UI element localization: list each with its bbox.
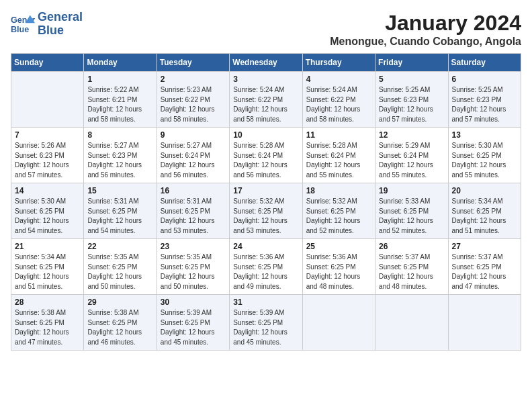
weekday-header: Friday xyxy=(375,54,448,72)
day-info: Sunrise: 5:35 AM Sunset: 6:25 PM Dayligh… xyxy=(87,253,152,291)
day-info: Sunrise: 5:25 AM Sunset: 6:23 PM Dayligh… xyxy=(379,85,444,124)
day-info: Sunrise: 5:27 AM Sunset: 6:24 PM Dayligh… xyxy=(161,141,226,180)
day-number: 21 xyxy=(15,242,80,251)
day-number: 28 xyxy=(15,298,80,307)
weekday-header: Saturday xyxy=(448,54,521,72)
calendar-cell: 18Sunrise: 5:32 AM Sunset: 6:25 PM Dayli… xyxy=(302,183,375,239)
calendar-cell: 28Sunrise: 5:38 AM Sunset: 6:25 PM Dayli… xyxy=(11,295,84,351)
calendar-cell: 27Sunrise: 5:37 AM Sunset: 6:25 PM Dayli… xyxy=(448,239,521,295)
calendar-week-row: 14Sunrise: 5:30 AM Sunset: 6:25 PM Dayli… xyxy=(11,183,521,239)
svg-text:Blue: Blue xyxy=(11,24,29,34)
calendar-table: SundayMondayTuesdayWednesdayThursdayFrid… xyxy=(11,53,521,351)
calendar-week-row: 28Sunrise: 5:38 AM Sunset: 6:25 PM Dayli… xyxy=(11,295,521,351)
day-number: 30 xyxy=(161,298,226,307)
calendar-cell: 20Sunrise: 5:34 AM Sunset: 6:25 PM Dayli… xyxy=(448,183,521,239)
day-info: Sunrise: 5:36 AM Sunset: 6:25 PM Dayligh… xyxy=(306,253,371,291)
day-number: 29 xyxy=(87,298,152,307)
day-info: Sunrise: 5:32 AM Sunset: 6:25 PM Dayligh… xyxy=(306,197,371,236)
day-info: Sunrise: 5:22 AM Sunset: 6:21 PM Dayligh… xyxy=(87,85,152,124)
calendar-cell: 19Sunrise: 5:33 AM Sunset: 6:25 PM Dayli… xyxy=(375,183,448,239)
day-info: Sunrise: 5:33 AM Sunset: 6:25 PM Dayligh… xyxy=(379,197,444,236)
calendar-cell: 17Sunrise: 5:32 AM Sunset: 6:25 PM Dayli… xyxy=(230,183,302,239)
day-info: Sunrise: 5:30 AM Sunset: 6:25 PM Dayligh… xyxy=(452,141,517,180)
day-info: Sunrise: 5:38 AM Sunset: 6:25 PM Dayligh… xyxy=(87,308,152,347)
day-number: 27 xyxy=(452,242,517,251)
calendar-cell: 1Sunrise: 5:22 AM Sunset: 6:21 PM Daylig… xyxy=(84,72,157,128)
header: General Blue General Blue January 2024 M… xyxy=(11,11,521,48)
calendar-cell: 4Sunrise: 5:24 AM Sunset: 6:22 PM Daylig… xyxy=(302,72,375,128)
calendar-cell: 16Sunrise: 5:31 AM Sunset: 6:25 PM Dayli… xyxy=(157,183,229,239)
day-number: 9 xyxy=(161,130,226,140)
day-info: Sunrise: 5:27 AM Sunset: 6:23 PM Dayligh… xyxy=(87,141,152,180)
day-number: 23 xyxy=(161,242,226,251)
logo-line2: Blue xyxy=(38,24,83,38)
calendar-cell xyxy=(448,295,521,351)
calendar-cell: 9Sunrise: 5:27 AM Sunset: 6:24 PM Daylig… xyxy=(157,128,229,183)
day-number: 4 xyxy=(306,75,371,84)
calendar-cell: 25Sunrise: 5:36 AM Sunset: 6:25 PM Dayli… xyxy=(302,239,375,295)
day-info: Sunrise: 5:31 AM Sunset: 6:25 PM Dayligh… xyxy=(87,197,152,236)
day-number: 1 xyxy=(87,75,152,84)
calendar-cell: 6Sunrise: 5:25 AM Sunset: 6:23 PM Daylig… xyxy=(448,72,521,128)
page-subtitle: Menongue, Cuando Cobango, Angola xyxy=(330,36,521,48)
calendar-cell: 2Sunrise: 5:23 AM Sunset: 6:22 PM Daylig… xyxy=(157,72,229,128)
day-number: 22 xyxy=(87,242,152,251)
day-info: Sunrise: 5:28 AM Sunset: 6:24 PM Dayligh… xyxy=(233,141,298,180)
day-info: Sunrise: 5:36 AM Sunset: 6:25 PM Dayligh… xyxy=(233,253,298,291)
day-info: Sunrise: 5:30 AM Sunset: 6:25 PM Dayligh… xyxy=(15,197,80,236)
day-info: Sunrise: 5:28 AM Sunset: 6:24 PM Dayligh… xyxy=(306,141,371,180)
day-number: 13 xyxy=(452,130,517,140)
calendar-cell: 10Sunrise: 5:28 AM Sunset: 6:24 PM Dayli… xyxy=(230,128,302,183)
day-number: 6 xyxy=(452,75,517,84)
day-number: 5 xyxy=(379,75,444,84)
day-number: 18 xyxy=(306,186,371,195)
calendar-week-row: 1Sunrise: 5:22 AM Sunset: 6:21 PM Daylig… xyxy=(11,72,521,128)
day-number: 12 xyxy=(379,130,444,140)
weekday-header: Sunday xyxy=(11,54,84,72)
day-number: 15 xyxy=(87,186,152,195)
weekday-header: Thursday xyxy=(302,54,375,72)
weekday-header: Wednesday xyxy=(230,54,302,72)
day-number: 25 xyxy=(306,242,371,251)
day-number: 19 xyxy=(379,186,444,195)
logo-icon: General Blue xyxy=(11,12,35,36)
day-number: 20 xyxy=(452,186,517,195)
day-info: Sunrise: 5:23 AM Sunset: 6:22 PM Dayligh… xyxy=(161,85,226,124)
day-info: Sunrise: 5:39 AM Sunset: 6:25 PM Dayligh… xyxy=(233,308,298,347)
day-info: Sunrise: 5:38 AM Sunset: 6:25 PM Dayligh… xyxy=(15,308,80,347)
logo-line1: General xyxy=(38,11,83,24)
day-number: 24 xyxy=(233,242,298,251)
calendar-cell: 29Sunrise: 5:38 AM Sunset: 6:25 PM Dayli… xyxy=(84,295,157,351)
weekday-header: Monday xyxy=(84,54,157,72)
calendar-cell: 11Sunrise: 5:28 AM Sunset: 6:24 PM Dayli… xyxy=(302,128,375,183)
day-info: Sunrise: 5:29 AM Sunset: 6:24 PM Dayligh… xyxy=(379,141,444,180)
calendar-cell: 24Sunrise: 5:36 AM Sunset: 6:25 PM Dayli… xyxy=(230,239,302,295)
day-info: Sunrise: 5:39 AM Sunset: 6:25 PM Dayligh… xyxy=(161,308,226,347)
day-number: 2 xyxy=(161,75,226,84)
calendar-cell: 12Sunrise: 5:29 AM Sunset: 6:24 PM Dayli… xyxy=(375,128,448,183)
day-info: Sunrise: 5:24 AM Sunset: 6:22 PM Dayligh… xyxy=(233,85,298,124)
day-number: 31 xyxy=(233,298,298,307)
calendar-cell: 7Sunrise: 5:26 AM Sunset: 6:23 PM Daylig… xyxy=(11,128,84,183)
calendar-cell xyxy=(302,295,375,351)
calendar-cell xyxy=(11,72,84,128)
calendar-cell: 8Sunrise: 5:27 AM Sunset: 6:23 PM Daylig… xyxy=(84,128,157,183)
calendar-week-row: 7Sunrise: 5:26 AM Sunset: 6:23 PM Daylig… xyxy=(11,128,521,183)
day-number: 10 xyxy=(233,130,298,140)
day-number: 8 xyxy=(87,130,152,140)
calendar-cell: 31Sunrise: 5:39 AM Sunset: 6:25 PM Dayli… xyxy=(230,295,302,351)
calendar-cell: 22Sunrise: 5:35 AM Sunset: 6:25 PM Dayli… xyxy=(84,239,157,295)
day-number: 26 xyxy=(379,242,444,251)
page-title: January 2024 xyxy=(330,11,521,36)
day-info: Sunrise: 5:37 AM Sunset: 6:25 PM Dayligh… xyxy=(379,253,444,291)
day-info: Sunrise: 5:32 AM Sunset: 6:25 PM Dayligh… xyxy=(233,197,298,236)
day-number: 3 xyxy=(233,75,298,84)
calendar-cell: 21Sunrise: 5:34 AM Sunset: 6:25 PM Dayli… xyxy=(11,239,84,295)
day-number: 14 xyxy=(15,186,80,195)
day-info: Sunrise: 5:34 AM Sunset: 6:25 PM Dayligh… xyxy=(452,197,517,236)
calendar-cell: 13Sunrise: 5:30 AM Sunset: 6:25 PM Dayli… xyxy=(448,128,521,183)
calendar-cell: 23Sunrise: 5:35 AM Sunset: 6:25 PM Dayli… xyxy=(157,239,229,295)
day-number: 17 xyxy=(233,186,298,195)
day-number: 7 xyxy=(15,130,80,140)
day-info: Sunrise: 5:26 AM Sunset: 6:23 PM Dayligh… xyxy=(15,141,80,180)
